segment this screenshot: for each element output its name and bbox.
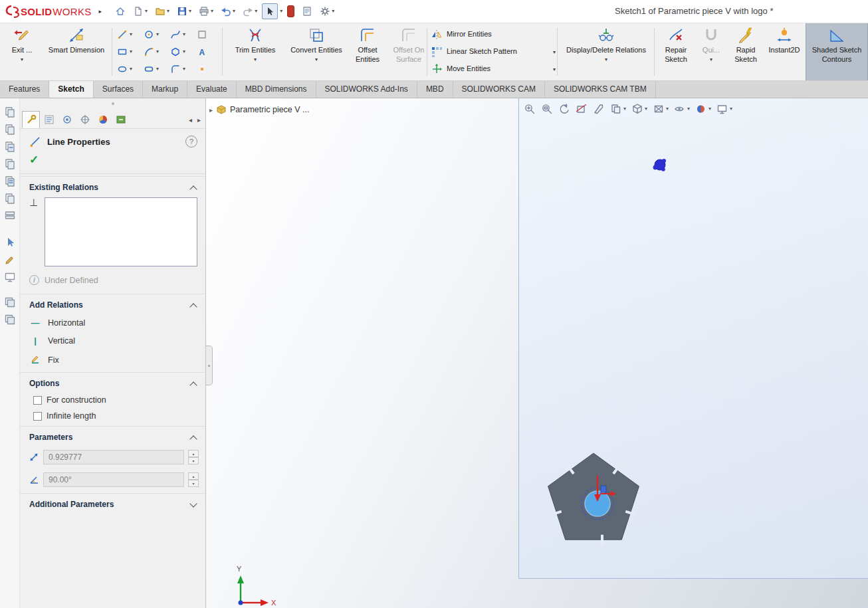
exit-sketch-button[interactable]: Exit ... ▾ [4,25,40,78]
display-delete-relations-button[interactable]: Display/Delete Relations ▾ [560,25,653,78]
tab-surfaces[interactable]: Surfaces [94,81,143,98]
section-view-button[interactable] [576,103,588,115]
breadcrumb-text[interactable]: Parametric piece V ... [230,105,310,114]
tab-evaluate[interactable]: Evaluate [187,81,237,98]
save-button[interactable]: ▾ [174,3,194,19]
new-document-button[interactable]: ▾ [130,3,150,19]
display-monitor-icon[interactable] [4,271,16,283]
file-properties-button[interactable] [299,3,315,19]
dropdown-icon[interactable]: ▾ [156,32,159,37]
dropdown-icon[interactable]: ▾ [167,9,169,14]
dropdown-icon[interactable]: ▾ [710,56,712,62]
repair-sketch-button[interactable]: Repair Sketch [657,25,695,78]
dropdown-icon[interactable]: ▾ [156,49,159,54]
tab-markup[interactable]: Markup [143,81,187,98]
slot-tool[interactable]: ▾ [141,60,167,78]
breadcrumb[interactable]: ▸ Parametric piece V ... [209,105,310,114]
line-tool[interactable]: ▾ [114,26,141,43]
dropdown-icon[interactable]: ▾ [189,9,191,14]
dropdown-icon[interactable]: ▾ [666,106,669,112]
length-value-field[interactable]: 0.929777 [43,450,184,464]
dynamic-annotation-button[interactable] [593,103,605,115]
copy-document-icon[interactable] [4,158,16,170]
tab-solidworks-cam-tbm[interactable]: SOLIDWORKS CAM TBM [545,81,656,98]
move-entities-button[interactable]: Move Entities ▾ [431,60,556,78]
convert-entities-button[interactable]: Convert Entities ▾ [287,25,346,78]
dropdown-icon[interactable]: ▾ [130,49,132,54]
angle-value-field[interactable]: 90.00° [43,472,184,487]
offset-on-surface-button[interactable]: Offset On Surface [389,25,428,78]
sketch-point[interactable] [653,159,666,171]
select-button[interactable] [262,3,278,19]
panel-tab-next-icon[interactable]: ▸ [197,116,201,124]
copy-document-icon[interactable] [4,193,16,205]
dropdown-icon[interactable]: ▾ [156,66,159,72]
previous-view-button[interactable] [558,103,570,115]
dropdown-icon[interactable]: ▾ [645,106,647,112]
infinite-length-checkbox[interactable] [33,412,42,421]
infinite-length-option[interactable]: Infinite length [20,408,205,424]
tab-display-manager[interactable] [58,111,76,128]
dropdown-icon[interactable]: ▾ [553,49,556,55]
dropdown-icon[interactable]: ▾ [130,66,132,72]
rapid-sketch-button[interactable]: Rapid Sketch [727,25,764,78]
dropdown-icon[interactable]: ▾ [605,56,607,62]
for-construction-option[interactable]: For construction [20,392,205,408]
tab-cam-manager[interactable] [112,111,130,128]
tab-configuration-manager[interactable] [40,111,58,128]
mirror-entities-button[interactable]: Mirror Entities [431,26,556,43]
touch-mode-button[interactable] [284,3,297,20]
relations-listbox[interactable] [45,197,197,266]
dropdown-icon[interactable]: ▾ [183,66,185,72]
tab-sketch[interactable]: Sketch [49,81,93,98]
spin-down-icon[interactable]: ▾ [188,480,199,487]
dropdown-icon[interactable]: ▾ [211,9,213,14]
dropdown-icon[interactable]: ▾ [332,9,334,14]
circle-tool[interactable]: ▾ [141,26,167,43]
sketch-tool[interactable] [194,26,221,43]
dropdown-icon[interactable]: ▾ [687,106,690,112]
dropdown-icon[interactable]: ▾ [130,32,132,37]
redo-button[interactable]: ▾ [240,3,260,19]
tab-mbd[interactable]: MBD [417,81,453,98]
panel-tab-prev-icon[interactable]: ◂ [189,116,192,124]
rectangle-tool[interactable]: ▾ [114,43,141,60]
ellipse-tool[interactable]: ▾ [114,60,141,78]
stacked-sheets-icon[interactable] [4,314,16,326]
copy-document-icon[interactable] [4,106,16,118]
select-tool-icon[interactable] [4,237,16,249]
tab-features[interactable]: Features [0,81,49,98]
ok-check-icon[interactable]: ✓ [29,153,39,166]
sketch-part-pentagon[interactable] [548,453,639,545]
text-tool[interactable]: A [194,43,221,60]
open-button[interactable]: ▾ [152,3,172,19]
tab-appearances[interactable] [94,111,112,128]
trim-entities-button[interactable]: Trim Entities ▾ [225,25,286,78]
layers-icon[interactable] [4,210,16,222]
dropdown-icon[interactable]: ▾ [254,56,257,62]
tab-mbd-dimensions[interactable]: MBD Dimensions [237,81,316,98]
edit-sketch-icon[interactable] [4,254,16,266]
instant2d-button[interactable]: Instant2D [764,25,804,78]
zoom-to-area-button[interactable] [541,103,553,115]
section-existing-relations[interactable]: Existing Relations [20,176,205,196]
arc-tool[interactable]: ▾ [141,43,167,60]
dropdown-icon[interactable]: ▾ [255,9,257,14]
dropdown-icon[interactable]: ▾ [183,32,185,37]
print-button[interactable]: ▾ [196,3,216,19]
select-dropdown-icon[interactable]: ▾ [280,9,282,14]
display-style-button[interactable]: ▾ [653,103,669,115]
hide-show-items-button[interactable]: ▾ [674,103,690,115]
dropdown-icon[interactable]: ▾ [623,106,626,112]
tab-solidworks-add-ins[interactable]: SOLIDWORKS Add-Ins [316,81,417,98]
smart-dimension-button[interactable]: Smart Dimension [41,25,112,78]
relation-vertical-button[interactable]: | Vertical [20,332,205,350]
undo-button[interactable]: ▾ [218,3,238,19]
stacked-sheets-icon[interactable] [4,296,16,308]
tab-dimxpert-manager[interactable] [76,111,94,128]
copy-document-icon[interactable] [4,124,16,136]
dropdown-icon[interactable]: ▾ [553,66,556,72]
for-construction-checkbox[interactable] [33,396,42,405]
panel-flyout-handle[interactable] [206,346,213,385]
view-orientation-button[interactable]: ▾ [631,103,647,115]
